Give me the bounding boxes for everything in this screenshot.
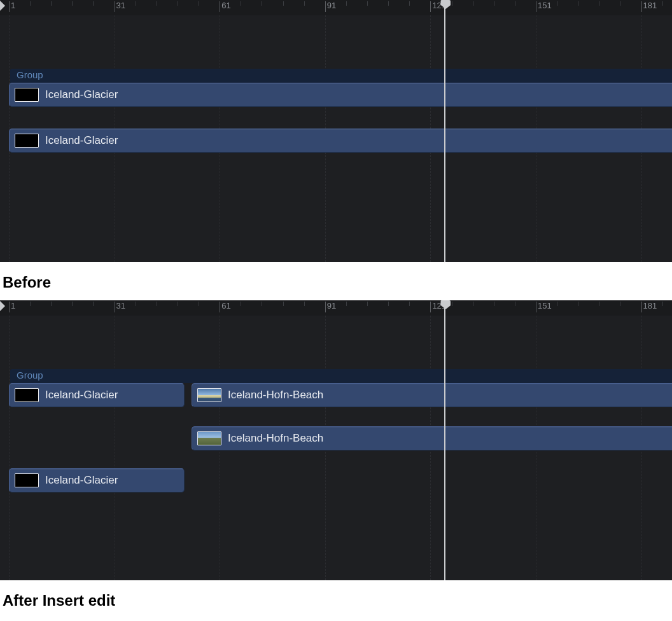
clip-label: Iceland-Glacier <box>45 389 118 401</box>
timeline-before[interactable]: 1316191121151181 Group Iceland-Glacier I… <box>0 0 672 262</box>
timeline-ruler[interactable]: 1316191121151181 <box>0 300 672 316</box>
clip-iceland-glacier[interactable]: Iceland-Glacier <box>9 83 672 107</box>
clip-label: Iceland-Glacier <box>45 134 118 147</box>
clip-label: Iceland-Hofn-Beach <box>228 389 323 401</box>
start-marker-icon <box>0 301 5 311</box>
track-spacer <box>0 19 672 69</box>
clip-thumbnail-icon <box>15 134 39 148</box>
clip-thumbnail-icon <box>15 473 39 487</box>
clip-thumbnail-icon <box>197 431 221 445</box>
start-marker-icon <box>0 1 5 11</box>
clip-thumbnail-icon <box>197 388 221 402</box>
track-gap <box>0 411 672 426</box>
group-header[interactable]: Group <box>10 69 672 83</box>
clip-iceland-glacier[interactable]: Iceland-Glacier <box>9 383 185 407</box>
track-gap <box>0 111 672 129</box>
group-header[interactable]: Group <box>10 369 672 383</box>
clip-thumbnail-icon <box>15 88 39 102</box>
caption-before: Before <box>0 262 672 300</box>
clip-row[interactable]: Iceland-Hofn-Beach <box>10 426 672 450</box>
clip-label: Iceland-Hofn-Beach <box>228 432 323 445</box>
clip-row[interactable]: Iceland-Glacier Iceland-Hofn-Beach <box>10 383 672 407</box>
timeline-tracks[interactable]: Group Iceland-Glacier Iceland-Glacier <box>0 15 672 262</box>
clip-row[interactable]: Iceland-Glacier <box>10 468 672 492</box>
clip-row[interactable]: Iceland-Glacier <box>10 129 672 153</box>
clip-label: Iceland-Glacier <box>45 474 118 487</box>
timeline-after[interactable]: 1316191121151181 Group Iceland-Glacier I… <box>0 300 672 580</box>
caption-after: After Insert edit <box>0 580 672 618</box>
group-label: Group <box>17 69 43 80</box>
timeline-ruler[interactable]: 1316191121151181 <box>0 0 672 15</box>
group-label: Group <box>17 370 43 380</box>
clip-iceland-glacier[interactable]: Iceland-Glacier <box>9 468 185 492</box>
clip-iceland-glacier[interactable]: Iceland-Glacier <box>9 129 672 153</box>
track-gap <box>0 454 672 468</box>
clip-iceland-hofn-beach[interactable]: Iceland-Hofn-Beach <box>192 383 672 407</box>
clip-label: Iceland-Glacier <box>45 88 118 101</box>
timeline-tracks[interactable]: Group Iceland-Glacier Iceland-Hofn-Beach… <box>0 316 672 580</box>
clip-thumbnail-icon <box>15 388 39 402</box>
clip-row[interactable]: Iceland-Glacier <box>10 83 672 107</box>
clip-iceland-hofn-beach[interactable]: Iceland-Hofn-Beach <box>192 426 672 450</box>
track-spacer <box>0 319 672 369</box>
